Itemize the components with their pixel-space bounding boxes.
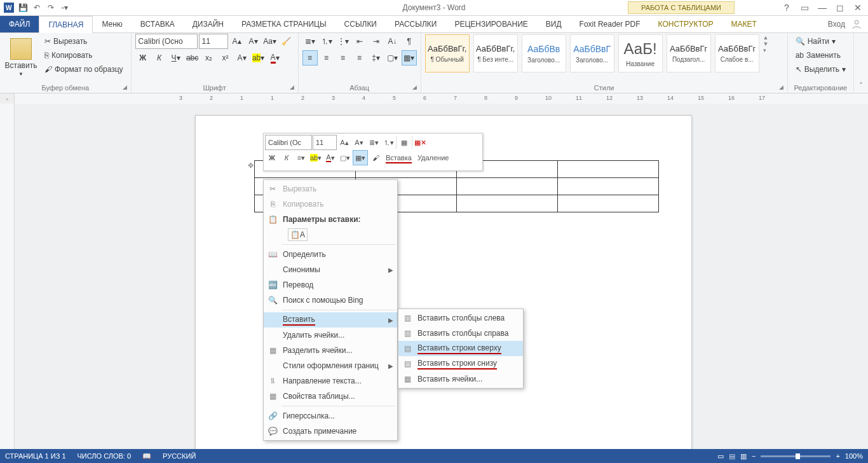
mini-insert-table-icon[interactable]: ▦ [397, 135, 411, 149]
shrink-font-button[interactable]: A▾ [246, 34, 261, 49]
bullets-button[interactable]: ≣▾ [302, 34, 318, 49]
font-size-combo[interactable]: 11 [199, 34, 228, 49]
ctx-delete-cells[interactable]: Удалить ячейки... [264, 328, 397, 343]
ctx-rows-below[interactable]: ▤Вставить строки снизу [398, 356, 523, 371]
undo-button[interactable]: ↶ [31, 1, 43, 14]
tab-references[interactable]: ССЫЛКИ [336, 16, 386, 32]
help-button[interactable]: ? [779, 1, 794, 14]
ctx-hyperlink[interactable]: 🔗Гиперссылка... [264, 408, 397, 424]
redo-button[interactable]: ↷ [44, 1, 57, 14]
superscript-button[interactable]: x² [218, 50, 233, 66]
align-center-button[interactable]: ≡ [319, 50, 334, 66]
tab-home[interactable]: ГЛАВНАЯ [39, 16, 93, 33]
style-item[interactable]: АаБбВвГг,¶ Без инте... [473, 34, 518, 73]
increase-indent-button[interactable]: ⇥ [369, 34, 384, 49]
style-item[interactable]: АаБбВвГЗаголово... [570, 34, 614, 73]
user-icon[interactable] [849, 18, 864, 31]
status-proofing-icon[interactable]: 📖 [142, 452, 151, 460]
ctx-cells[interactable]: ▦Вставить ячейки... [398, 371, 523, 387]
tab-table-layout[interactable]: МАКЕТ [722, 16, 766, 32]
vertical-ruler[interactable] [0, 104, 15, 449]
mini-format-painter-button[interactable]: 🖌 [369, 151, 383, 165]
mini-numbering-button[interactable]: ⒈▾ [381, 135, 395, 149]
view-web-button[interactable]: ▥ [740, 452, 747, 460]
ctx-define[interactable]: 📖Определить [264, 247, 397, 262]
copy-button[interactable]: ⎘Копировать [41, 48, 127, 62]
select-button[interactable]: ↖Выделить ▾ [792, 62, 850, 76]
ctx-translate[interactable]: 🔤Перевод [264, 277, 397, 293]
page-area[interactable]: ✥ Calibri (Ос 11 A▴ A▾ ≣▾ ⒈▾ ▦ ▦✕ [15, 104, 868, 449]
mini-italic-button[interactable]: К [280, 151, 294, 165]
zoom-level[interactable]: 100% [845, 452, 863, 460]
mini-delete-label[interactable]: Удаление [415, 154, 452, 162]
mini-align-button[interactable]: ≡▾ [294, 151, 308, 165]
text-effects-button[interactable]: A▾ [234, 50, 250, 66]
ribbon-options-button[interactable]: ▭ [797, 1, 812, 14]
tab-table-design[interactable]: КОНСТРУКТОР [649, 16, 722, 32]
ctx-table-props[interactable]: ▦Свойства таблицы... [264, 389, 397, 404]
collapse-ribbon-button[interactable]: ˄ [854, 33, 868, 93]
tab-foxit[interactable]: Foxit Reader PDF [571, 16, 649, 32]
mini-font-color-button[interactable]: A▾ [323, 151, 337, 165]
ctx-rows-above[interactable]: ▤Вставить строки сверху [398, 341, 523, 356]
mini-size-combo[interactable]: 11 [313, 135, 337, 150]
save-button[interactable]: 💾 [17, 1, 29, 14]
replace-button[interactable]: abЗаменить [792, 48, 844, 62]
justify-button[interactable]: ≡ [352, 50, 367, 66]
grow-font-button[interactable]: A▴ [229, 34, 245, 49]
new-doc-button[interactable]: ▫▾ [58, 1, 71, 14]
tab-menu[interactable]: Меню [93, 16, 131, 32]
styles-gallery[interactable]: АаБбВвГг,¶ ОбычныйАаБбВвГг,¶ Без инте...… [425, 34, 783, 84]
status-lang[interactable]: РУССКИЙ [163, 452, 196, 460]
tab-view[interactable]: ВИД [537, 16, 571, 32]
styles-launcher[interactable]: ◢ [777, 83, 786, 92]
bold-button[interactable]: Ж [135, 50, 151, 66]
mini-shading-button[interactable]: ▢▾ [338, 151, 352, 165]
font-name-combo[interactable]: Calibri (Осно [135, 34, 198, 49]
close-button[interactable]: ✕ [850, 1, 865, 14]
mini-delete-table-icon[interactable]: ▦✕ [413, 135, 427, 149]
numbering-button[interactable]: ⒈▾ [319, 34, 334, 49]
shading-button[interactable]: ▢▾ [385, 50, 400, 66]
tab-review[interactable]: РЕЦЕНЗИРОВАНИЕ [445, 16, 536, 32]
ctx-paste-option[interactable]: 📋A [264, 227, 397, 242]
mini-insert-label[interactable]: Вставка [386, 154, 412, 163]
clipboard-launcher[interactable]: ◢ [121, 83, 130, 92]
ctx-split-cells[interactable]: ▦Разделить ячейки... [264, 343, 397, 358]
ctx-cols-right[interactable]: ▥Вставить столбцы справа [398, 326, 523, 341]
strike-button[interactable]: abc [185, 50, 200, 66]
status-page[interactable]: СТРАНИЦА 1 ИЗ 1 [5, 452, 66, 460]
paste-button[interactable]: Вставить ▼ [4, 34, 38, 80]
style-item[interactable]: АаБбВвГг,¶ Обычный [425, 34, 470, 73]
mini-bullets-button[interactable]: ≣▾ [367, 135, 381, 149]
paragraph-launcher[interactable]: ◢ [410, 83, 419, 92]
mini-font-combo[interactable]: Calibri (Ос [265, 135, 312, 150]
document-page[interactable]: ✥ Calibri (Ос 11 A▴ A▾ ≣▾ ⒈▾ ▦ ▦✕ [195, 115, 692, 449]
ctx-cols-left[interactable]: ▥Вставить столбцы слева [398, 310, 523, 326]
tab-page-layout[interactable]: РАЗМЕТКА СТРАНИЦЫ [233, 16, 336, 32]
cut-button[interactable]: ✂Вырезать [41, 34, 127, 48]
ctx-text-direction[interactable]: ⥮Направление текста... [264, 373, 397, 389]
mini-grow-button[interactable]: A▴ [337, 135, 351, 149]
view-print-button[interactable]: ▤ [729, 452, 735, 460]
italic-button[interactable]: К [152, 50, 167, 66]
mini-shrink-button[interactable]: A▾ [352, 135, 366, 149]
maximize-button[interactable]: ◻ [832, 1, 848, 14]
status-words[interactable]: ЧИСЛО СЛОВ: 0 [78, 452, 132, 460]
ctx-bing[interactable]: 🔍Поиск с помощью Bing [264, 293, 397, 308]
change-case-button[interactable]: Aa▾ [262, 34, 278, 49]
ctx-insert[interactable]: Вставить▶ [264, 312, 397, 328]
borders-button[interactable]: ▦▾ [402, 50, 417, 66]
align-left-button[interactable]: ≡ [302, 50, 318, 66]
decrease-indent-button[interactable]: ⇤ [352, 34, 367, 49]
underline-button[interactable]: Ч▾ [168, 50, 184, 66]
style-item[interactable]: АаБбВвГгПодзагол... [667, 34, 711, 73]
ctx-copy[interactable]: ⎘Копировать [264, 197, 397, 212]
style-item[interactable]: АаБбВвЗаголово... [522, 34, 566, 73]
style-item[interactable]: АаБбВвГгСлабое в... [715, 34, 759, 73]
style-item[interactable]: АаБ!Название [618, 34, 663, 73]
highlight-button[interactable]: ab▾ [251, 50, 266, 66]
minimize-button[interactable]: — [815, 1, 830, 14]
ctx-border-styles[interactable]: Стили оформления границ▶ [264, 358, 397, 373]
table-move-handle[interactable]: ✥ [248, 162, 254, 170]
